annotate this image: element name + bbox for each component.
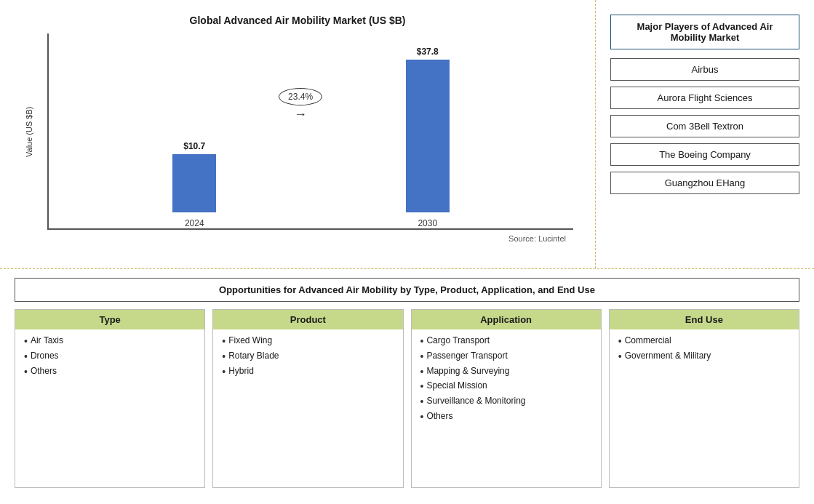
bar-label-2030: 2030 bbox=[418, 218, 437, 228]
bottom-section: Opportunities for Advanced Air Mobility … bbox=[0, 269, 814, 504]
list-item: •Drones bbox=[24, 351, 196, 363]
chart-inner: Value (US $B) 23.4% → $10.7 2024 bbox=[22, 33, 573, 230]
player-aurora: Aurora Flight Sciences bbox=[610, 87, 799, 109]
category-type: Type •Air Taxis •Drones •Others bbox=[15, 309, 205, 488]
player-boeing: The Boeing Company bbox=[610, 143, 799, 166]
bar-value-2030: $37.8 bbox=[417, 47, 439, 57]
cagr-arrow: → bbox=[294, 107, 307, 122]
bar-group-2030: $37.8 2030 bbox=[406, 47, 450, 228]
list-item: •Air Taxis bbox=[24, 335, 196, 348]
category-header-application: Application bbox=[412, 310, 601, 329]
bar-label-2024: 2024 bbox=[185, 218, 204, 228]
bars-area: 23.4% → $10.7 2024 $37.8 bbox=[47, 33, 573, 230]
chart-area: Global Advanced Air Mobility Market (US … bbox=[0, 0, 596, 268]
y-axis-label: Value (US $B) bbox=[22, 33, 36, 230]
cagr-annotation: 23.4% → bbox=[279, 88, 322, 122]
list-item: •Rotary Blade bbox=[222, 351, 394, 363]
main-container: Global Advanced Air Mobility Market (US … bbox=[0, 0, 814, 504]
bar-group-2024: $10.7 2024 bbox=[172, 141, 216, 228]
list-item: •Passenger Transport bbox=[420, 351, 592, 363]
list-item: •Mapping & Surveying bbox=[420, 366, 592, 378]
list-item: •Fixed Wing bbox=[222, 335, 394, 348]
bar-2024 bbox=[172, 154, 216, 212]
bar-2030 bbox=[406, 60, 450, 212]
category-header-type: Type bbox=[15, 310, 204, 329]
list-item: •Special Mission bbox=[420, 380, 592, 393]
category-items-application: •Cargo Transport •Passenger Transport •M… bbox=[412, 329, 601, 487]
source-text: Source: Lucintel bbox=[22, 234, 573, 243]
list-item: •Hybrid bbox=[222, 366, 394, 378]
chart-content: 23.4% → $10.7 2024 $37.8 bbox=[40, 33, 573, 230]
players-title: Major Players of Advanced Air Mobility M… bbox=[610, 15, 799, 49]
category-product: Product •Fixed Wing •Rotary Blade •Hybri… bbox=[212, 309, 403, 488]
category-items-type: •Air Taxis •Drones •Others bbox=[15, 329, 204, 487]
cagr-oval: 23.4% bbox=[279, 88, 322, 105]
player-bell: Com 3Bell Textron bbox=[610, 115, 799, 137]
opportunities-title: Opportunities for Advanced Air Mobility … bbox=[15, 278, 799, 302]
list-item: •Cargo Transport bbox=[420, 335, 592, 348]
list-item: •Commercial bbox=[618, 335, 790, 348]
category-header-product: Product bbox=[213, 310, 402, 329]
category-items-end-use: •Commercial •Government & Military bbox=[610, 329, 799, 487]
list-item: •Surveillance & Monitoring bbox=[420, 396, 592, 408]
top-section: Global Advanced Air Mobility Market (US … bbox=[0, 0, 814, 269]
chart-title: Global Advanced Air Mobility Market (US … bbox=[22, 15, 573, 26]
bar-value-2024: $10.7 bbox=[183, 141, 205, 151]
category-items-product: •Fixed Wing •Rotary Blade •Hybrid bbox=[213, 329, 402, 487]
category-application: Application •Cargo Transport •Passenger … bbox=[411, 309, 602, 488]
category-end-use: End Use •Commercial •Government & Milita… bbox=[609, 309, 799, 488]
list-item: •Others bbox=[420, 411, 592, 423]
player-ehang: Guangzhou EHang bbox=[610, 172, 799, 194]
category-header-end-use: End Use bbox=[610, 310, 799, 329]
list-item: •Others bbox=[24, 366, 196, 378]
right-panel: Major Players of Advanced Air Mobility M… bbox=[596, 0, 814, 268]
categories-grid: Type •Air Taxis •Drones •Others Product … bbox=[15, 309, 799, 488]
player-airbus: Airbus bbox=[610, 58, 799, 81]
list-item: •Government & Military bbox=[618, 351, 790, 363]
